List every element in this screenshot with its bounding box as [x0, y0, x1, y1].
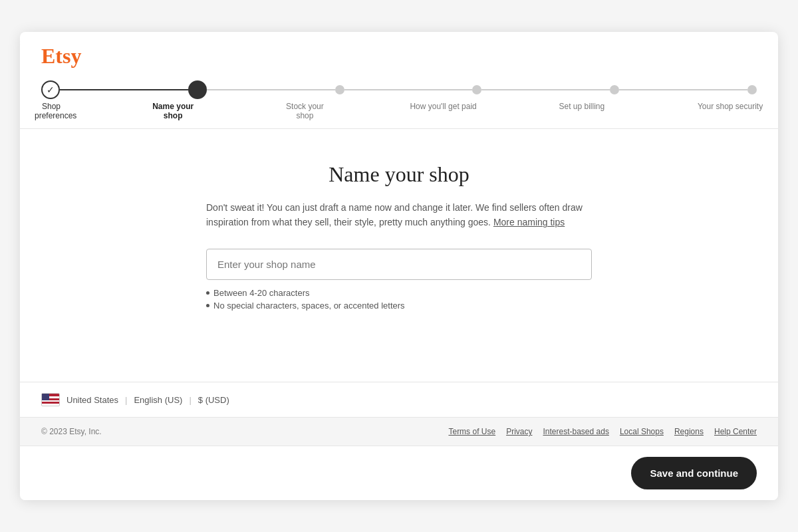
step-6-circle	[747, 85, 757, 94]
language-label: English (US)	[134, 395, 182, 405]
hint-1: Between 4-20 characters	[206, 288, 592, 298]
shop-name-input[interactable]	[206, 249, 592, 280]
interest-based-ads-link[interactable]: Interest-based ads	[543, 427, 608, 436]
progress-bar: ✓	[41, 80, 757, 99]
line-1-2	[60, 89, 188, 90]
input-hints: Between 4-20 characters No special chara…	[206, 288, 592, 313]
privacy-link[interactable]: Privacy	[506, 427, 532, 436]
step-label-3: Stock your shop	[278, 102, 331, 120]
step-set-up-billing	[610, 85, 619, 94]
main-content: Name your shop Don't sweat it! You can j…	[20, 129, 778, 382]
separator-2: |	[189, 395, 191, 405]
page-title: Name your shop	[329, 162, 469, 187]
hint-2: No special characters, spaces, or accent…	[206, 301, 592, 311]
bullet-icon-2	[206, 304, 209, 307]
separator-1: |	[125, 395, 127, 405]
bottom-bar: Save and continue	[20, 446, 778, 500]
terms-link[interactable]: Terms of Use	[448, 427, 495, 436]
step-stock-your-shop	[335, 85, 344, 94]
save-continue-button[interactable]: Save and continue	[631, 457, 757, 489]
country-label: United States	[66, 395, 118, 405]
description: Don't sweat it! You can just draft a nam…	[206, 200, 592, 230]
line-2-3	[207, 89, 335, 90]
step-your-shop-security	[747, 85, 757, 94]
step-label-5: Set up billing	[555, 102, 608, 120]
hint-text-1: Between 4-20 characters	[213, 288, 310, 298]
line-5-6	[619, 89, 747, 90]
step-5-circle	[610, 85, 619, 94]
step-1-circle: ✓	[41, 80, 60, 99]
step-labels-row: Shop preferences Name your shop Stock yo…	[41, 102, 757, 128]
footer-bottom: © 2023 Etsy, Inc. Terms of Use Privacy I…	[20, 417, 778, 446]
copyright-text: © 2023 Etsy, Inc.	[41, 427, 102, 436]
hint-text-2: No special characters, spaces, or accent…	[213, 301, 405, 311]
naming-tips-link[interactable]: More naming tips	[493, 217, 565, 227]
page-window: Etsy ✓	[20, 32, 778, 500]
line-4-5	[481, 89, 610, 90]
step-name-your-shop	[188, 80, 207, 99]
bullet-icon-1	[206, 291, 209, 295]
help-center-link[interactable]: Help Center	[714, 427, 757, 436]
footer-top: United States | English (US) | $ (USD)	[20, 382, 778, 417]
step-label-2: Name your shop	[143, 102, 203, 120]
step-2-circle	[188, 80, 207, 99]
etsy-logo: Etsy	[41, 44, 81, 68]
step-how-youll-get-paid	[472, 85, 481, 94]
step-shop-preferences: ✓	[41, 80, 60, 99]
line-3-4	[344, 89, 473, 90]
step-4-circle	[472, 85, 481, 94]
local-shops-link[interactable]: Local Shops	[620, 427, 664, 436]
step-label-1: Shop preferences	[35, 102, 68, 120]
currency-label: $ (USD)	[198, 395, 229, 405]
checkmark-icon: ✓	[47, 84, 55, 95]
us-flag-icon	[41, 393, 60, 406]
footer-links: Terms of Use Privacy Interest-based ads …	[448, 427, 757, 436]
step-3-circle	[335, 85, 344, 94]
header: Etsy ✓	[20, 32, 778, 129]
step-label-4: How you'll get paid	[407, 102, 480, 120]
step-label-6: Your shop security	[697, 102, 763, 120]
regions-link[interactable]: Regions	[674, 427, 704, 436]
